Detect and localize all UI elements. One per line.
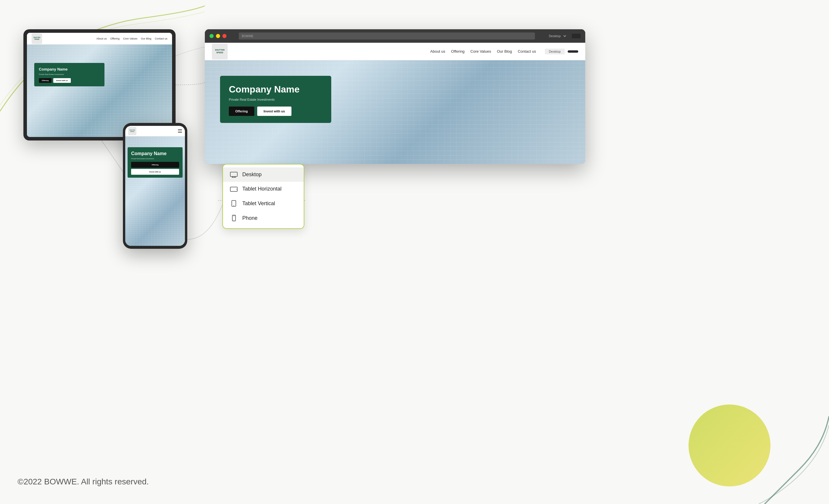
- tablet-hero-card: Company Name Private Real Estate Investm…: [34, 63, 105, 86]
- phone-hamburger-menu[interactable]: [178, 130, 182, 133]
- phone-offering-button[interactable]: Offering: [131, 162, 179, 168]
- desktop-nav-blog[interactable]: Our Blog: [497, 49, 512, 53]
- desktop-nav-about[interactable]: About us: [430, 49, 445, 53]
- desktop-nav-corevalues[interactable]: Core Values: [471, 49, 491, 53]
- tablet-nav-about[interactable]: About us: [96, 37, 107, 40]
- tablet-nav: SHUTTER SPEED About us Offering Core Val…: [27, 33, 172, 44]
- desktop-invest-button[interactable]: Invest with us: [257, 107, 291, 116]
- hamburger-line-1: [178, 130, 182, 130]
- phone-hero: Company Name Private Real Estate Investm…: [125, 136, 185, 246]
- device-option-tablet-v[interactable]: Tablet Vertical: [223, 196, 304, 211]
- desktop-nav-links: About us Offering Core Values Our Blog C…: [430, 49, 536, 53]
- traffic-light-yellow[interactable]: [216, 34, 220, 38]
- desktop-logo: SHUTTER SPEED: [212, 44, 228, 60]
- phone-hero-buttons: Offering Invest with us: [131, 162, 179, 175]
- monitor-control-btn: [572, 34, 581, 38]
- traffic-light-red[interactable]: [222, 34, 226, 38]
- device-selector-popup: Desktop Tablet Horizontal Tablet Vertica…: [222, 164, 304, 229]
- phone-invest-button[interactable]: Invest with us: [131, 169, 179, 175]
- phone-company-name: Company Name: [131, 151, 179, 156]
- desktop-device: BOWWE Desktop SHUTTER SPEED: [205, 29, 585, 176]
- device-option-phone[interactable]: Phone: [223, 211, 304, 225]
- tablet-logo: SHUTTER SPEED: [32, 33, 42, 44]
- phone-screen: SHUTTER SPEED Company Name Private Real …: [125, 126, 185, 246]
- svg-point-5: [237, 189, 237, 189]
- phone-device: SHUTTER SPEED Company Name Private Real …: [123, 123, 187, 249]
- desktop-logo-text: SHUTTER SPEED: [215, 49, 224, 54]
- copyright-text: ©2022 BOWWE. All rights reserved.: [17, 477, 149, 487]
- tablet-nav-offering[interactable]: Offering: [110, 37, 120, 40]
- hamburger-line-3: [178, 132, 182, 133]
- tablet-nav-links: About us Offering Core Values Our Blog C…: [96, 37, 167, 40]
- tablet-offering-button[interactable]: Offering: [39, 78, 51, 83]
- desktop-option-icon: [230, 172, 238, 178]
- device-option-desktop[interactable]: Desktop: [223, 168, 304, 182]
- desktop-nav-contact[interactable]: Contact us: [518, 49, 536, 53]
- tablet-nav-contact[interactable]: Contact us: [155, 37, 167, 40]
- phone-logo: SHUTTER SPEED: [128, 127, 136, 135]
- desktop-hero-card: Company Name Private Real Estate Investm…: [220, 76, 331, 123]
- hamburger-line-2: [178, 131, 182, 132]
- tablet-v-option-icon: [230, 200, 238, 207]
- desktop-label: Desktop: [549, 34, 561, 38]
- tablet-h-option-icon: [230, 186, 238, 192]
- desktop-monitor: BOWWE Desktop SHUTTER SPEED: [205, 29, 585, 164]
- bowwe-label: BOWWE: [242, 35, 253, 38]
- tablet-company-name: Company Name: [39, 67, 100, 72]
- desktop-nav: SHUTTER SPEED About us Offering Core Val…: [205, 43, 585, 60]
- desktop-dark-btn: [568, 50, 578, 53]
- phone-nav: SHUTTER SPEED: [125, 126, 185, 136]
- desktop-hero: Company Name Private Real Estate Investm…: [205, 60, 585, 164]
- phone-option-label: Phone: [242, 215, 257, 221]
- phone-subtitle: Private Real Estate Investments: [131, 158, 179, 159]
- desktop-nav-offering[interactable]: Offering: [451, 49, 465, 53]
- tablet-logo-text: SHUTTER SPEED: [33, 37, 40, 40]
- tablet-nav-corevalues[interactable]: Core Values: [123, 37, 138, 40]
- phone-logo-text: SHUTTER SPEED: [130, 130, 135, 132]
- desktop-offering-button[interactable]: Offering: [229, 107, 254, 116]
- deco-circle: [689, 404, 770, 487]
- desktop-address-pill: Desktop: [545, 48, 565, 55]
- tablet-h-option-label: Tablet Horizontal: [242, 186, 282, 192]
- tablet-subtitle: Private Real Estate Investments: [39, 73, 100, 75]
- svg-point-7: [233, 206, 234, 206]
- tablet-nav-blog[interactable]: Our Blog: [141, 37, 151, 40]
- svg-point-9: [233, 220, 234, 221]
- tablet-invest-button[interactable]: Invest with us: [53, 78, 71, 83]
- desktop-address-right: Desktop: [545, 48, 578, 55]
- tablet-v-option-label: Tablet Vertical: [242, 201, 275, 207]
- monitor-titlebar: BOWWE Desktop: [205, 29, 585, 43]
- tablet-hero-buttons: Offering Invest with us: [39, 78, 100, 83]
- desktop-hero-buttons: Offering Invest with us: [229, 107, 322, 116]
- traffic-light-green[interactable]: [210, 34, 214, 38]
- desktop-screen-content: SHUTTER SPEED About us Offering Core Val…: [205, 43, 585, 164]
- tablet-horizontal-screen: SHUTTER SPEED About us Offering Core Val…: [27, 33, 172, 137]
- svg-rect-0: [230, 172, 237, 177]
- desktop-subtitle: Private Real Estate Investments: [229, 98, 322, 101]
- monitor-address-bar: BOWWE: [239, 33, 535, 39]
- phone-option-icon: [230, 215, 238, 221]
- phone-hero-card: Company Name Private Real Estate Investm…: [128, 147, 183, 177]
- device-option-tablet-h[interactable]: Tablet Horizontal: [223, 182, 304, 196]
- dropdown-chevron-icon[interactable]: [563, 34, 567, 38]
- desktop-option-label: Desktop: [242, 172, 262, 178]
- svg-rect-4: [230, 187, 237, 191]
- desktop-company-name: Company Name: [229, 84, 322, 95]
